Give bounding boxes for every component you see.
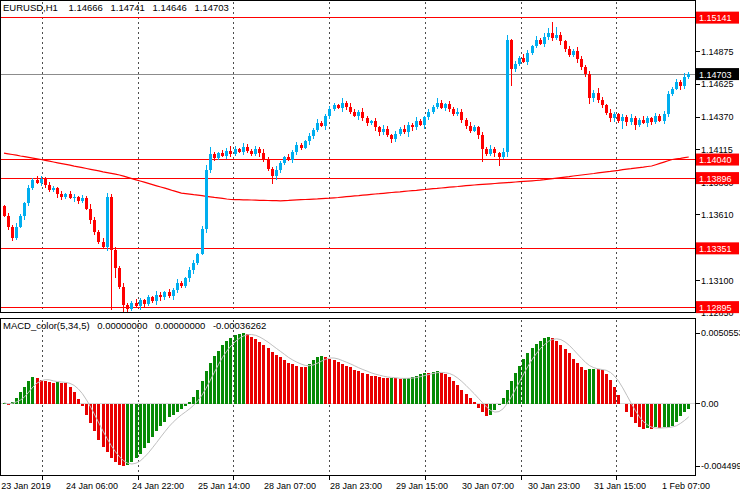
axis-tick-label: 1.14875 [701, 47, 734, 57]
candles [3, 22, 691, 313]
ohlc-open: 1.14666 [69, 2, 103, 13]
time-axis[interactable]: 23 Jan 201924 Jan 06:0024 Jan 22:0025 Ja… [1, 476, 710, 492]
chart-title: EURUSD,H1 1.14666 1.14741 1.14646 1.1470… [3, 2, 234, 13]
macd-axis[interactable]: 0.00505530.00-0.004499 [696, 328, 740, 471]
axis-tick-label: 1.14370 [701, 112, 734, 122]
axis-tick-label: 28 Jan 23:00 [330, 481, 382, 491]
indicator-name: MACD_color(5,34,5) [3, 320, 90, 331]
ohlc-low: 1.14646 [153, 2, 187, 13]
chart-window: 1.148751.146251.143701.141151.138601.136… [0, 0, 740, 500]
axis-tick-label: 1 Feb 07:00 [662, 481, 710, 491]
axis-tick-label: 1.14040 [699, 155, 732, 165]
ohlc-close: 1.14703 [195, 2, 229, 13]
indicator-value-3: -0.00036262 [213, 320, 266, 331]
axis-tick-label: 0.0050553 [701, 328, 740, 338]
axis-tick-label: 24 Jan 06:00 [66, 481, 118, 491]
symbol-timeframe: EURUSD,H1 [3, 2, 58, 13]
axis-tick-label: 1.14115 [701, 145, 733, 155]
axis-tick-label: 24 Jan 22:00 [132, 481, 184, 491]
chart-canvas[interactable]: 1.148751.146251.143701.141151.138601.136… [0, 0, 740, 500]
axis-tick-label: 1.13351 [699, 244, 732, 254]
axis-tick-label: 1.14703 [699, 70, 732, 80]
axis-tick-label: 1.13896 [699, 174, 732, 184]
axis-tick-label: 30 Jan 23:00 [528, 481, 580, 491]
axis-tick-label: -0.004499 [701, 461, 740, 471]
indicator-value-1: 0.00000000 [97, 320, 147, 331]
axis-tick-label: 1.12895 [699, 303, 732, 313]
axis-tick-label: 31 Jan 15:00 [594, 481, 646, 491]
axis-tick-label: 23 Jan 2019 [1, 481, 51, 491]
level-lines [1, 18, 696, 308]
indicator-label: MACD_color(5,34,5) 0.00000000 0.00000000… [3, 320, 271, 331]
ohlc-high: 1.14741 [111, 2, 145, 13]
panel-borders [1, 1, 696, 476]
axis-tick-label: 28 Jan 07:00 [264, 481, 316, 491]
axis-tick-label: 1.13610 [701, 210, 734, 220]
axis-tick-label: 30 Jan 07:00 [462, 481, 514, 491]
price-axis[interactable]: 1.148751.146251.143701.141151.138601.136… [696, 12, 739, 318]
axis-tick-label: 1.14625 [701, 79, 734, 89]
axis-tick-label: 29 Jan 15:00 [396, 481, 448, 491]
macd-histogram [3, 333, 691, 466]
indicator-value-2: 0.00000000 [155, 320, 205, 331]
axis-tick-label: 1.13100 [701, 276, 734, 286]
axis-tick-label: 0.00 [701, 399, 719, 409]
axis-tick-label: 1.15141 [699, 13, 732, 23]
axis-tick-label: 25 Jan 14:00 [198, 481, 250, 491]
